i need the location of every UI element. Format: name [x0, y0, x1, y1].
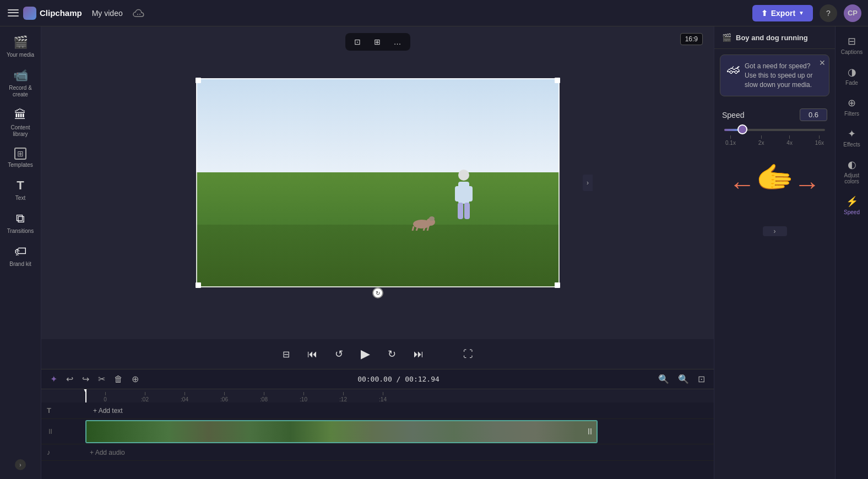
- right-icon-speed[interactable]: ⚡ Speed: [837, 191, 867, 220]
- ruler-mark-8: :08: [244, 392, 284, 402]
- subtitle-toggle-button[interactable]: ⊟: [279, 346, 293, 363]
- help-button[interactable]: ?: [820, 4, 837, 22]
- tooltip-close-button[interactable]: ✕: [819, 58, 826, 67]
- record-create-icon: 📹: [13, 68, 28, 83]
- sidebar-item-record-create[interactable]: 📹 Record &create: [2, 64, 39, 102]
- sky-layer: [196, 78, 560, 172]
- speed-value-input[interactable]: [800, 108, 827, 121]
- skip-end-button[interactable]: ⏭: [410, 345, 427, 363]
- captions-label: Captions: [841, 49, 862, 55]
- video-track-label: ⏸: [41, 427, 85, 436]
- redo-button[interactable]: ↪: [80, 372, 91, 387]
- menu-button[interactable]: [7, 8, 18, 19]
- avatar-button[interactable]: CP: [844, 4, 861, 22]
- adjust-colors-icon: ◐: [848, 159, 856, 171]
- skip-start-button[interactable]: ⏮: [304, 345, 321, 363]
- center-area: ⊡ ⊞ … 16:9: [41, 26, 714, 479]
- text-track-content[interactable]: + Add text: [85, 402, 714, 418]
- topbar-left: Clipchamp My video: [7, 7, 145, 20]
- add-text-button[interactable]: + Add text: [90, 406, 126, 416]
- add-audio-button[interactable]: + Add audio: [90, 449, 125, 456]
- zoom-in-button[interactable]: 🔍: [676, 372, 691, 387]
- sidebar-expand-button[interactable]: ›: [15, 459, 26, 470]
- timeline-area: ✦ ↩ ↪ ✂ 🗑 ⊕ 00:00.00 / 00:12.94 🔍 🔍 ⊡ 0: [41, 369, 714, 479]
- crop-button[interactable]: ⊡: [350, 35, 365, 48]
- speed-label: Speed: [722, 111, 744, 119]
- adjust-colors-label: Adjust colors: [839, 172, 865, 184]
- sidebar-item-transitions[interactable]: ⧉ Transitions: [2, 207, 39, 239]
- content-library-icon: 🏛: [14, 108, 26, 122]
- more-options-button[interactable]: …: [389, 35, 406, 48]
- audio-track-row: ♪ + Add audio: [41, 444, 714, 461]
- video-track-content[interactable]: ⏸: [85, 419, 714, 444]
- timeline-tracks: T + Add text ⏸ ⏸: [41, 402, 714, 461]
- play-pause-button[interactable]: ▶: [357, 344, 373, 364]
- duplicate-button[interactable]: ⊕: [129, 372, 141, 387]
- forward-button[interactable]: ↻: [384, 345, 399, 363]
- video-clip[interactable]: ⏸: [85, 420, 598, 443]
- main-layout: 🎬 Your media 📹 Record &create 🏛 Content …: [0, 26, 868, 479]
- rewind-button[interactable]: ↺: [332, 345, 346, 363]
- effects-label: Effects: [843, 141, 860, 148]
- panel-collapse-button[interactable]: ›: [583, 175, 593, 191]
- svg-line-10: [413, 226, 414, 231]
- svg-point-9: [429, 216, 435, 221]
- panel-clip-icon: 🎬: [722, 33, 731, 42]
- right-icon-effects[interactable]: ✦ Effects: [837, 123, 867, 152]
- zoom-out-button[interactable]: 🔍: [656, 372, 671, 387]
- delete-button[interactable]: 🗑: [112, 372, 125, 387]
- preview-toolbar: ⊡ ⊞ …: [345, 33, 410, 51]
- sidebar-item-templates[interactable]: ⊞ Templates: [2, 143, 39, 173]
- right-icon-adjust-colors[interactable]: ◐ Adjust colors: [837, 154, 867, 189]
- cut-button[interactable]: ✂: [96, 372, 107, 387]
- svg-rect-3: [455, 186, 462, 202]
- audio-track-content[interactable]: + Add audio: [85, 444, 714, 460]
- captions-icon: ⊟: [848, 35, 856, 47]
- speed-tick-label-16x: 16x: [815, 140, 824, 146]
- panel-expand-button[interactable]: ›: [763, 226, 787, 236]
- total-time: 00:12.94: [405, 375, 440, 383]
- video-canvas[interactable]: ↻: [196, 78, 560, 287]
- sidebar-item-content-library[interactable]: 🏛 Content library: [2, 104, 39, 142]
- dog-figure: [411, 214, 436, 231]
- sidebar-item-your-media[interactable]: 🎬 Your media: [2, 31, 39, 63]
- time-separator: /: [397, 375, 405, 383]
- right-icon-filters[interactable]: ⊕ Filters: [837, 92, 867, 121]
- logo-icon: [23, 7, 36, 20]
- undo-button[interactable]: ↩: [64, 372, 75, 387]
- corner-handle-bl[interactable]: [196, 282, 201, 288]
- video-title[interactable]: My video: [88, 7, 127, 20]
- speed-slider-track[interactable]: [724, 129, 825, 131]
- sidebar-label-templates: Templates: [8, 162, 33, 168]
- arrow-right-icon: →: [794, 171, 821, 198]
- speed-slider-thumb[interactable]: [737, 124, 747, 134]
- sidebar-item-brand-kit[interactable]: 🏷 Brand kit: [2, 240, 39, 272]
- magic-edit-button[interactable]: ✦: [48, 372, 59, 387]
- fit-button[interactable]: ⊞: [370, 35, 385, 48]
- right-panel: 🎬 Boy and dog running ✕ 🏎 Got a need for…: [714, 26, 835, 479]
- midground-layer: [196, 172, 560, 225]
- ruler-mark-14: :14: [363, 392, 403, 402]
- fade-label: Fade: [845, 80, 858, 86]
- fit-timeline-button[interactable]: ⊡: [696, 372, 707, 387]
- text-icon: T: [17, 178, 24, 193]
- right-icon-captions[interactable]: ⊟ Captions: [837, 31, 867, 59]
- ruler-mark-2: :02: [125, 392, 165, 402]
- export-button[interactable]: ⬆ Export ▼: [752, 5, 813, 21]
- fullscreen-button[interactable]: ⛶: [460, 345, 476, 363]
- cloud-save-icon: [133, 9, 145, 18]
- playhead[interactable]: [85, 389, 86, 402]
- sidebar-item-text[interactable]: T Text: [2, 174, 39, 206]
- playback-controls: ⊟ ⏮ ↺ ▶ ↻ ⏭ ⛶: [41, 339, 714, 369]
- corner-handle-br[interactable]: [555, 282, 560, 288]
- right-icon-fade[interactable]: ◑ Fade: [837, 62, 867, 90]
- sidebar-label-text: Text: [15, 195, 25, 202]
- corner-handle-tl[interactable]: [196, 78, 201, 83]
- corner-handle-tr[interactable]: [555, 78, 560, 83]
- rotate-handle[interactable]: ↻: [372, 287, 383, 298]
- fade-icon: ◑: [848, 66, 856, 78]
- speed-tick-label-4x: 4x: [786, 140, 793, 146]
- speed-tick-0: 0.1x: [725, 135, 736, 146]
- speed-annotation-area: ← 🫱 →: [722, 151, 827, 217]
- panel-clip-title: Boy and dog running: [736, 34, 808, 42]
